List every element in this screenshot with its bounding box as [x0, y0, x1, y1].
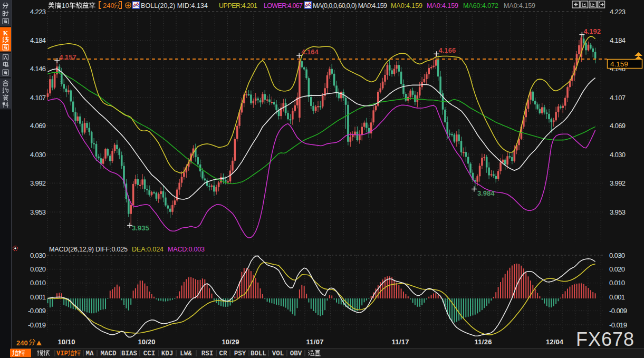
svg-text:MA(0,0,0,60,0,0) MA0:4.159: MA(0,0,0,60,0,0) MA0:4.159 [313, 2, 387, 9]
svg-text:BOLL(20,2) MID:4.134: BOLL(20,2) MID:4.134 [141, 2, 208, 9]
svg-text:BIAS: BIAS [121, 350, 138, 357]
svg-text:4.146: 4.146 [30, 65, 46, 73]
svg-text:UPPER:4.201: UPPER:4.201 [219, 2, 257, 9]
svg-text:4.069: 4.069 [30, 122, 46, 130]
svg-text:MA0:4.159: MA0:4.159 [504, 2, 535, 9]
svg-text:FX678: FX678 [576, 328, 635, 350]
svg-text:-0.019: -0.019 [28, 321, 46, 329]
svg-text:BOLL: BOLL [251, 350, 266, 357]
svg-text:4.192: 4.192 [583, 27, 601, 35]
svg-text:240: 240 [103, 2, 114, 9]
svg-text:3.992: 3.992 [610, 179, 626, 187]
svg-text:10: 10 [62, 2, 69, 9]
svg-text:DEA:0.024: DEA:0.024 [132, 246, 164, 253]
svg-text:4.223: 4.223 [610, 8, 626, 16]
svg-text:3.953: 3.953 [30, 208, 46, 216]
svg-text:0.001: 0.001 [609, 293, 625, 301]
svg-text:11/17: 11/17 [392, 338, 409, 346]
svg-text:4.030: 4.030 [30, 151, 46, 159]
svg-text:K: K [3, 30, 8, 37]
svg-text:VOL: VOL [272, 350, 284, 357]
svg-text:4.184: 4.184 [610, 36, 626, 44]
svg-text:4.166: 4.166 [439, 46, 456, 54]
svg-text:RSI: RSI [201, 350, 214, 357]
svg-text:10/20: 10/20 [138, 338, 156, 346]
svg-text:3.992: 3.992 [30, 179, 46, 187]
svg-text:3.935: 3.935 [132, 224, 149, 232]
svg-text:3.984: 3.984 [477, 189, 495, 197]
svg-text:0.030: 0.030 [30, 251, 46, 259]
svg-text:4.030: 4.030 [610, 151, 626, 159]
svg-text:MA60:4.072: MA60:4.072 [463, 2, 498, 9]
svg-text:240: 240 [16, 339, 28, 347]
svg-text:KDJ: KDJ [161, 350, 174, 357]
svg-text:VIP: VIP [56, 350, 68, 357]
svg-text:CCI: CCI [143, 350, 156, 357]
svg-text:MA0:4.159: MA0:4.159 [427, 2, 458, 9]
svg-text:11/26: 11/26 [475, 338, 492, 346]
svg-text:MACD(26,12,9) DIFF:0.025: MACD(26,12,9) DIFF:0.025 [49, 246, 128, 253]
svg-text:0.030: 0.030 [609, 251, 625, 259]
svg-text:4.159: 4.159 [610, 60, 628, 68]
svg-text:4.164: 4.164 [301, 48, 319, 56]
svg-text:12/04: 12/04 [546, 338, 564, 346]
svg-text:4.107: 4.107 [610, 94, 626, 102]
svg-text:-0.019: -0.019 [609, 321, 627, 329]
svg-text:MACD: MACD [100, 350, 117, 357]
svg-text:OBV: OBV [290, 350, 302, 357]
svg-text:-0.009: -0.009 [28, 307, 46, 315]
svg-text:MA0:4.159: MA0:4.159 [391, 2, 422, 9]
svg-text:LW&: LW& [180, 350, 192, 357]
svg-text:PSY: PSY [234, 350, 246, 357]
svg-text:10/29: 10/29 [222, 338, 239, 346]
svg-text:0.020: 0.020 [609, 265, 625, 273]
svg-text:0.020: 0.020 [30, 265, 46, 273]
svg-text:MA: MA [85, 350, 94, 357]
svg-text:CR: CR [219, 350, 227, 357]
svg-text:4.157: 4.157 [59, 53, 76, 61]
svg-text:0.001: 0.001 [30, 293, 46, 301]
svg-text:4.223: 4.223 [30, 8, 46, 16]
svg-text:0.010: 0.010 [609, 279, 625, 287]
svg-text:3.953: 3.953 [610, 208, 626, 216]
svg-text:MACD:0.003: MACD:0.003 [168, 246, 205, 253]
svg-text:-0.009: -0.009 [609, 307, 627, 315]
svg-text:LOWER:4.067: LOWER:4.067 [264, 2, 303, 9]
svg-text:4.184: 4.184 [30, 36, 46, 44]
svg-text:0.010: 0.010 [30, 279, 46, 287]
svg-text:11/07: 11/07 [306, 338, 324, 346]
svg-text:4.069: 4.069 [610, 122, 626, 130]
svg-text:4.107: 4.107 [30, 94, 46, 102]
svg-text:10/10: 10/10 [58, 338, 75, 346]
